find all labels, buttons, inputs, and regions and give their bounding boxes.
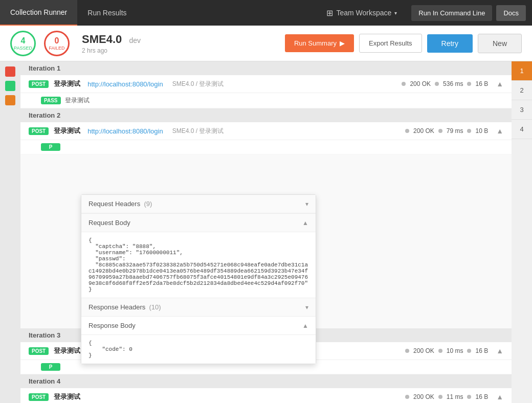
response-size: 16 B bbox=[475, 347, 488, 354]
table-row: POST 登录测试 http://localhost:8080/login SM… bbox=[20, 75, 512, 93]
top-nav: Collection Runner Run Results ⊞ Team Wor… bbox=[0, 0, 532, 26]
request-body-content: { "captcha": "8888", "username": "176000… bbox=[81, 232, 316, 298]
method-badge-post: POST bbox=[29, 393, 49, 401]
request-name: 登录测试 bbox=[54, 346, 80, 355]
status-code: 200 OK bbox=[413, 347, 434, 354]
time-dot bbox=[438, 349, 442, 353]
iteration-2-header: Iteration 2 bbox=[20, 108, 512, 122]
chevron-down-icon: ▾ bbox=[305, 304, 308, 311]
indicator-orange bbox=[5, 95, 15, 105]
request-url: http://localhost:8080/login bbox=[87, 127, 163, 135]
response-headers-label: Response Headers (10) bbox=[88, 303, 161, 311]
run-in-command-line-button[interactable]: Run In Command Line bbox=[411, 5, 492, 21]
iteration-1-header: Iteration 1 bbox=[20, 61, 512, 75]
request-name: 登录测试 bbox=[54, 392, 80, 401]
status-dot bbox=[405, 395, 409, 399]
request-url: http://localhost:8080/login bbox=[87, 80, 163, 88]
status-dot bbox=[402, 82, 406, 86]
list-item: PASS 登录测试 bbox=[20, 93, 512, 108]
request-collection: SME4.0 / 登录测试 bbox=[172, 80, 224, 88]
collection-info: SME4.0 dev 2 hrs ago bbox=[82, 33, 141, 54]
collapse-icon[interactable]: ▲ bbox=[496, 127, 503, 135]
chevron-right-icon: ▶ bbox=[340, 39, 345, 47]
time-dot bbox=[435, 82, 439, 86]
size-dot bbox=[467, 395, 471, 399]
dropdown-panel: Request Headers (9) ▾ Request Body ▲ { "… bbox=[81, 194, 316, 364]
request-collection: SME4.0 / 登录测试 bbox=[172, 127, 224, 136]
pass-label: 登录测试 bbox=[65, 96, 90, 105]
response-size: 16 B bbox=[475, 393, 488, 400]
summary-bar: 4 PASSED 0 FAILED SME4.0 dev 2 hrs ago R… bbox=[0, 26, 532, 61]
method-badge-post: POST bbox=[29, 347, 49, 355]
pass-indicator: P bbox=[41, 143, 60, 151]
table-row: POST 登录测试 200 OK 11 ms 16 B ▲ bbox=[20, 388, 512, 403]
response-body-section-header[interactable]: Response Body ▲ bbox=[81, 317, 316, 335]
size-dot bbox=[467, 349, 471, 353]
pass-indicator: P bbox=[41, 363, 60, 371]
iteration-4-header: Iteration 4 bbox=[20, 374, 512, 388]
request-body-label: Request Body bbox=[88, 219, 130, 227]
page-4-button[interactable]: 4 bbox=[512, 120, 532, 139]
time-dot bbox=[438, 395, 442, 399]
export-results-button[interactable]: Export Results bbox=[359, 34, 422, 53]
collapse-icon[interactable]: ▲ bbox=[496, 80, 503, 88]
chevron-down-icon: ▾ bbox=[305, 200, 308, 208]
response-size: 16 B bbox=[475, 80, 488, 87]
pass-badge: PASS bbox=[41, 97, 61, 104]
page-2-button[interactable]: 2 bbox=[512, 81, 532, 100]
indicator-green bbox=[5, 81, 15, 91]
main-content: Iteration 1 POST 登录测试 http://localhost:8… bbox=[0, 61, 532, 403]
status-code: 200 OK bbox=[413, 127, 434, 135]
tab-collection-runner[interactable]: Collection Runner bbox=[0, 0, 77, 26]
retry-button[interactable]: Retry bbox=[427, 34, 473, 53]
response-time: 10 ms bbox=[447, 347, 463, 354]
status-dot bbox=[405, 349, 409, 353]
request-headers-section[interactable]: Request Headers (9) ▾ bbox=[81, 195, 316, 213]
request-stats: 200 OK 10 ms 16 B ▲ bbox=[405, 347, 503, 355]
right-sidebar-pagination: 1 2 3 4 bbox=[512, 61, 532, 403]
chevron-up-icon: ▲ bbox=[302, 219, 308, 227]
tab-run-results[interactable]: Run Results bbox=[77, 0, 137, 26]
request-stats: 200 OK 79 ms 10 B ▲ bbox=[405, 127, 503, 135]
method-badge-post: POST bbox=[29, 127, 49, 135]
team-workspace-menu[interactable]: ⊞ Team Workspace ▾ bbox=[318, 8, 405, 18]
indicator-red bbox=[5, 66, 15, 77]
page-1-button[interactable]: 1 bbox=[512, 61, 532, 81]
size-dot bbox=[467, 82, 471, 86]
results-area[interactable]: Iteration 1 POST 登录测试 http://localhost:8… bbox=[20, 61, 512, 403]
method-badge-post: POST bbox=[29, 80, 49, 88]
size-dot bbox=[467, 129, 471, 133]
list-item: P bbox=[20, 140, 512, 154]
passed-circle: 4 PASSED bbox=[10, 31, 36, 56]
status-code: 200 OK bbox=[413, 393, 434, 400]
request-name: 登录测试 bbox=[54, 126, 80, 136]
response-size: 10 B bbox=[475, 127, 488, 135]
table-row: POST 登录测试 http://localhost:8080/login SM… bbox=[20, 122, 512, 140]
request-stats: 200 OK 11 ms 16 B ▲ bbox=[405, 393, 503, 401]
expand-icon[interactable]: ▲ bbox=[496, 347, 503, 355]
docs-button[interactable]: Docs bbox=[496, 5, 526, 21]
response-time: 536 ms bbox=[443, 80, 463, 87]
expand-icon[interactable]: ▲ bbox=[496, 393, 503, 401]
time-dot bbox=[438, 129, 442, 133]
left-sidebar bbox=[0, 61, 20, 403]
response-headers-section[interactable]: Response Headers (10) ▾ bbox=[81, 298, 316, 317]
new-button[interactable]: New bbox=[478, 34, 522, 53]
run-summary-button[interactable]: Run Summary ▶ bbox=[285, 34, 354, 52]
chevron-up-icon: ▲ bbox=[302, 322, 308, 329]
request-headers-label: Request Headers (9) bbox=[88, 200, 152, 208]
failed-circle: 0 FAILED bbox=[44, 31, 70, 56]
response-time: 11 ms bbox=[447, 393, 463, 400]
page-3-button[interactable]: 3 bbox=[512, 100, 532, 120]
response-time: 79 ms bbox=[447, 127, 463, 135]
status-code: 200 OK bbox=[410, 80, 431, 87]
status-dot bbox=[405, 129, 409, 133]
request-name: 登录测试 bbox=[54, 79, 80, 88]
request-body-section-header[interactable]: Request Body ▲ bbox=[81, 213, 316, 232]
summary-actions: Run Summary ▶ Export Results Retry New bbox=[285, 34, 522, 53]
request-stats: 200 OK 536 ms 16 B ▲ bbox=[402, 80, 503, 88]
chevron-down-icon: ▾ bbox=[394, 10, 397, 16]
nav-right-actions: Run In Command Line Docs bbox=[405, 5, 532, 21]
response-body-content: { "code": 0 } bbox=[81, 335, 316, 364]
response-body-label: Response Body bbox=[88, 322, 136, 329]
